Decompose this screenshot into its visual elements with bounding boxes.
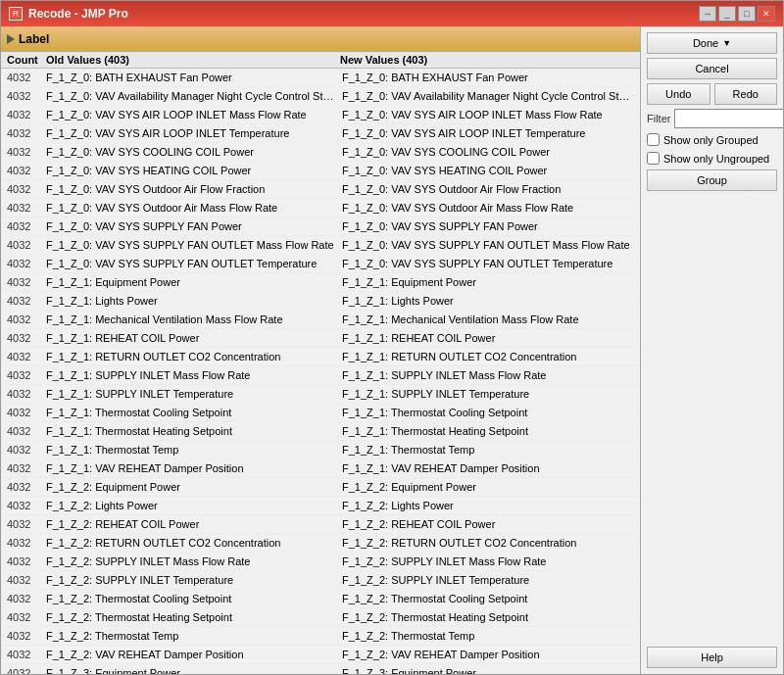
cell-old-value: F_1_Z_3: Equipment Power [46, 665, 342, 674]
cell-count: 4032 [7, 163, 46, 178]
show-only-ungrouped-checkbox[interactable] [647, 152, 660, 165]
cell-old-value: F_1_Z_0: VAV SYS HEATING COIL Power [46, 163, 342, 178]
arrows-btn[interactable]: ↔ [699, 6, 716, 22]
cell-new-value: F_1_Z_0: VAV SYS COOLING COIL Power [342, 144, 634, 160]
table-row[interactable]: 4032F_1_Z_0: VAV SYS HEATING COIL PowerF… [1, 162, 640, 180]
cell-count: 4032 [7, 591, 46, 606]
new-values-col-header: New Values (403) [340, 54, 634, 66]
group-button[interactable]: Group [647, 169, 777, 191]
cell-new-value: F_1_Z_1: REHEAT COIL Power [342, 330, 634, 346]
table-row[interactable]: 4032F_1_Z_0: BATH EXHAUST Fan PowerF_1_Z… [1, 69, 640, 87]
cell-count: 4032 [7, 107, 46, 122]
redo-button[interactable]: Redo [714, 83, 778, 105]
cell-new-value: F_1_Z_1: Lights Power [342, 293, 634, 309]
cell-new-value: F_1_Z_3: Equipment Power [342, 665, 634, 674]
cell-count: 4032 [7, 256, 46, 271]
table-row[interactable]: 4032F_1_Z_1: Thermostat Heating Setpoint… [1, 422, 640, 441]
label-header: Label [1, 26, 640, 52]
table-row[interactable]: 4032F_1_Z_2: RETURN OUTLET CO2 Concentra… [1, 534, 640, 553]
cell-new-value: F_1_Z_1: Thermostat Heating Setpoint [342, 423, 634, 439]
cell-count: 4032 [7, 144, 46, 160]
table-row[interactable]: 4032F_1_Z_1: RETURN OUTLET CO2 Concentra… [1, 348, 640, 366]
cell-old-value: F_1_Z_1: SUPPLY INLET Mass Flow Rate [46, 367, 342, 383]
table-row[interactable]: 4032F_1_Z_2: Thermostat Heating Setpoint… [1, 608, 640, 627]
show-grouped-row: Show only Grouped [647, 132, 777, 147]
table-row[interactable]: 4032F_1_Z_0: VAV SYS AIR LOOP INLET Mass… [1, 106, 640, 124]
cell-new-value: F_1_Z_2: VAV REHEAT Damper Position [342, 647, 634, 662]
cell-new-value: F_1_Z_2: Lights Power [342, 498, 634, 513]
table-row[interactable]: 4032F_1_Z_0: VAV SYS Outdoor Air Mass Fl… [1, 199, 640, 217]
cell-count: 4032 [7, 535, 46, 551]
cell-count: 4032 [7, 609, 46, 625]
cell-count: 4032 [7, 516, 46, 532]
table-row[interactable]: 4032F_1_Z_2: Thermostat TempF_1_Z_2: The… [1, 627, 640, 646]
cell-old-value: F_1_Z_1: Lights Power [46, 293, 342, 309]
collapse-triangle[interactable] [7, 34, 15, 44]
table-row[interactable]: 4032F_1_Z_0: VAV Availability Manager Ni… [1, 87, 640, 106]
cell-new-value: F_1_Z_0: VAV SYS AIR LOOP INLET Temperat… [342, 125, 634, 141]
left-panel: Label Count Old Values (403) New Values … [1, 26, 641, 674]
cell-new-value: F_1_Z_0: VAV SYS AIR LOOP INLET Mass Flo… [342, 107, 634, 122]
table-row[interactable]: 4032F_1_Z_1: SUPPLY INLET Mass Flow Rate… [1, 366, 640, 385]
cell-old-value: F_1_Z_1: Thermostat Heating Setpoint [46, 423, 342, 439]
cell-old-value: F_1_Z_1: RETURN OUTLET CO2 Concentration [46, 349, 342, 364]
table-row[interactable]: 4032F_1_Z_3: Equipment PowerF_1_Z_3: Equ… [1, 664, 640, 674]
cell-count: 4032 [7, 460, 46, 476]
filter-input[interactable] [674, 109, 783, 128]
help-button[interactable]: Help [647, 647, 777, 668]
done-button[interactable]: Done ▼ [647, 32, 777, 54]
cell-old-value: F_1_Z_2: SUPPLY INLET Mass Flow Rate [46, 554, 342, 569]
label-heading: Label [19, 32, 49, 46]
cell-count: 4032 [7, 125, 46, 141]
cell-old-value: F_1_Z_2: RETURN OUTLET CO2 Concentration [46, 535, 342, 551]
table-row[interactable]: 4032F_1_Z_1: REHEAT COIL PowerF_1_Z_1: R… [1, 329, 640, 348]
cell-old-value: F_1_Z_2: SUPPLY INLET Temperature [46, 572, 342, 588]
table-row[interactable]: 4032F_1_Z_0: VAV SYS AIR LOOP INLET Temp… [1, 124, 640, 143]
table-row[interactable]: 4032F_1_Z_2: SUPPLY INLET Mass Flow Rate… [1, 553, 640, 571]
table-row[interactable]: 4032F_1_Z_0: VAV SYS SUPPLY FAN OUTLET T… [1, 255, 640, 273]
table-row[interactable]: 4032F_1_Z_1: Thermostat TempF_1_Z_1: The… [1, 441, 640, 459]
table-row[interactable]: 4032F_1_Z_0: VAV SYS SUPPLY FAN PowerF_1… [1, 217, 640, 236]
table-row[interactable]: 4032F_1_Z_0: VAV SYS Outdoor Air Flow Fr… [1, 180, 640, 199]
cell-new-value: F_1_Z_1: RETURN OUTLET CO2 Concentration [342, 349, 634, 364]
data-table[interactable]: 4032F_1_Z_0: BATH EXHAUST Fan PowerF_1_Z… [1, 69, 640, 674]
table-row[interactable]: 4032F_1_Z_1: Lights PowerF_1_Z_1: Lights… [1, 292, 640, 311]
cell-old-value: F_1_Z_0: VAV SYS Outdoor Air Mass Flow R… [46, 200, 342, 216]
cell-new-value: F_1_Z_1: Thermostat Cooling Setpoint [342, 405, 634, 420]
cell-new-value: F_1_Z_2: SUPPLY INLET Mass Flow Rate [342, 554, 634, 569]
undo-button[interactable]: Undo [647, 83, 710, 105]
show-only-grouped-checkbox[interactable] [647, 133, 660, 146]
table-row[interactable]: 4032F_1_Z_0: VAV SYS SUPPLY FAN OUTLET M… [1, 236, 640, 255]
maximize-btn[interactable]: □ [738, 6, 756, 22]
table-row[interactable]: 4032F_1_Z_1: Thermostat Cooling Setpoint… [1, 404, 640, 422]
table-row[interactable]: 4032F_1_Z_2: SUPPLY INLET TemperatureF_1… [1, 571, 640, 590]
table-row[interactable]: 4032F_1_Z_2: REHEAT COIL PowerF_1_Z_2: R… [1, 515, 640, 534]
table-row[interactable]: 4032F_1_Z_1: SUPPLY INLET TemperatureF_1… [1, 385, 640, 404]
minimize-btn[interactable]: _ [718, 6, 736, 22]
table-row[interactable]: 4032F_1_Z_1: Mechanical Ventilation Mass… [1, 311, 640, 329]
table-row[interactable]: 4032F_1_Z_0: VAV SYS COOLING COIL PowerF… [1, 143, 640, 162]
cell-count: 4032 [7, 479, 46, 495]
table-row[interactable]: 4032F_1_Z_1: VAV REHEAT Damper PositionF… [1, 459, 640, 478]
cancel-button[interactable]: Cancel [647, 58, 777, 79]
cell-new-value: F_1_Z_1: Mechanical Ventilation Mass Flo… [342, 312, 634, 327]
cell-count: 4032 [7, 665, 46, 674]
cell-old-value: F_1_Z_0: VAV SYS Outdoor Air Flow Fracti… [46, 181, 342, 197]
table-row[interactable]: 4032F_1_Z_1: Equipment PowerF_1_Z_1: Equ… [1, 273, 640, 292]
table-row[interactable]: 4032F_1_Z_2: Equipment PowerF_1_Z_2: Equ… [1, 478, 640, 497]
table-row[interactable]: 4032F_1_Z_2: Thermostat Cooling Setpoint… [1, 590, 640, 608]
cell-count: 4032 [7, 70, 46, 85]
cell-count: 4032 [7, 572, 46, 588]
table-row[interactable]: 4032F_1_Z_2: VAV REHEAT Damper PositionF… [1, 646, 640, 664]
close-btn[interactable]: ✕ [758, 6, 775, 22]
cell-new-value: F_1_Z_0: VAV SYS SUPPLY FAN OUTLET Mass … [342, 237, 634, 253]
cell-new-value: F_1_Z_1: SUPPLY INLET Temperature [342, 386, 634, 402]
table-row[interactable]: 4032F_1_Z_2: Lights PowerF_1_Z_2: Lights… [1, 497, 640, 515]
title-bar-controls: ↔ _ □ ✕ [699, 6, 775, 22]
show-only-grouped-label: Show only Grouped [663, 134, 759, 146]
columns-header: Count Old Values (403) New Values (403) [1, 52, 640, 69]
cell-old-value: F_1_Z_0: VAV SYS AIR LOOP INLET Temperat… [46, 125, 342, 141]
cell-old-value: F_1_Z_2: Thermostat Heating Setpoint [46, 609, 342, 625]
show-ungrouped-row: Show only Ungrouped [647, 151, 777, 166]
cell-old-value: F_1_Z_0: VAV Availability Manager Night … [46, 88, 342, 104]
